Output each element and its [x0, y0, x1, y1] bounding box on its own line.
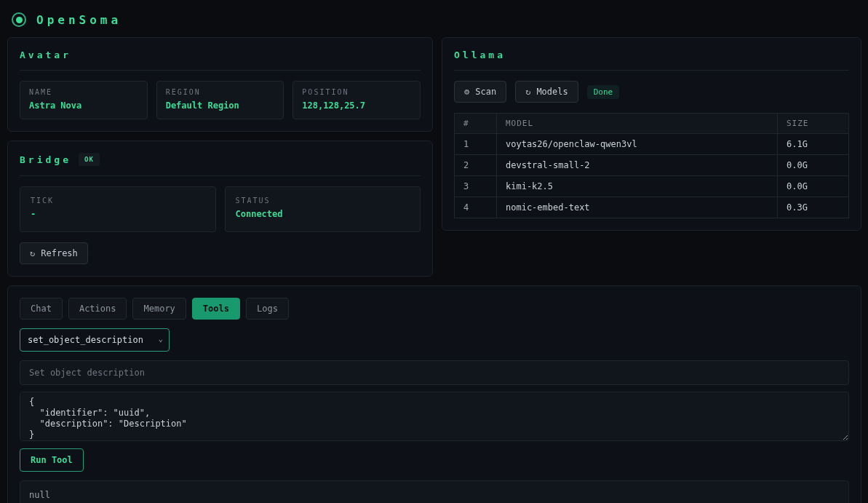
- model-size: 0.0G: [778, 155, 849, 176]
- avatar-position-field: POSITION 128,128,25.7: [292, 81, 421, 119]
- top-grid: Avatar NAME Astra Nova REGION Default Re…: [7, 37, 861, 277]
- tab-memory[interactable]: Memory: [132, 298, 186, 320]
- bridge-panel: Bridge OK TICK - STATUS Connected: [7, 140, 433, 277]
- model-name: devstral-small-2: [497, 155, 778, 176]
- bridge-tick-field: TICK -: [20, 186, 216, 232]
- tab-tools[interactable]: Tools: [192, 298, 240, 320]
- divider: [20, 175, 421, 176]
- divider: [454, 70, 849, 71]
- run-tool-button[interactable]: Run Tool: [20, 448, 84, 472]
- divider: [20, 70, 421, 71]
- model-size: 6.1G: [778, 134, 849, 155]
- field-value: -: [31, 209, 205, 219]
- ollama-panel: Ollama ⚙ Scan ↻ Models Done: [442, 37, 861, 231]
- app-title: OpenSoma: [36, 13, 122, 27]
- refresh-icon: ↻: [525, 87, 530, 97]
- console-panel: Chat Actions Memory Tools Logs set_objec…: [7, 285, 861, 503]
- field-label: POSITION: [302, 88, 411, 96]
- field-value: Connected: [236, 209, 410, 219]
- tool-payload-textarea[interactable]: { "identifier": "uuid", "description": "…: [20, 392, 849, 441]
- model-name: voytas26/openclaw-qwen3vl: [497, 134, 778, 155]
- tab-logs[interactable]: Logs: [246, 298, 289, 320]
- gear-icon: ⚙: [464, 87, 469, 97]
- bridge-stats: TICK - STATUS Connected: [20, 186, 421, 232]
- column-header-size: SIZE: [778, 114, 849, 134]
- model-size: 0.3G: [778, 197, 849, 218]
- tool-output: null: [20, 480, 849, 503]
- tool-select-wrap: set_object_description ⌄: [20, 328, 170, 352]
- field-label: NAME: [29, 88, 138, 96]
- status-badge: Done: [587, 85, 620, 99]
- bridge-panel-title: Bridge: [20, 154, 71, 165]
- app-header: OpenSoma: [7, 0, 861, 37]
- tool-description-input[interactable]: [20, 360, 849, 385]
- avatar-region-field: REGION Default Region: [156, 81, 284, 119]
- model-index: 2: [455, 155, 497, 176]
- tool-select[interactable]: set_object_description: [20, 328, 170, 352]
- field-label: TICK: [31, 197, 205, 205]
- field-value: Default Region: [166, 100, 275, 111]
- page: OpenSoma Avatar NAME Astra Nova REGION D…: [0, 0, 868, 503]
- models-button[interactable]: ↻ Models: [515, 81, 578, 103]
- column-header-model: MODEL: [497, 114, 778, 134]
- avatar-name-field: NAME Astra Nova: [20, 81, 148, 119]
- refresh-icon: ↻: [30, 248, 35, 258]
- tab-bar: Chat Actions Memory Tools Logs: [20, 298, 849, 320]
- refresh-button[interactable]: ↻ Refresh: [20, 242, 88, 264]
- models-table: # MODEL SIZE 1 voytas26/openclaw-qwen3vl…: [454, 113, 849, 218]
- model-size: 0.0G: [778, 176, 849, 197]
- left-column: Avatar NAME Astra Nova REGION Default Re…: [7, 37, 433, 277]
- table-header-row: # MODEL SIZE: [455, 114, 849, 134]
- model-name: nomic-embed-text: [497, 197, 778, 218]
- logo-icon: [12, 12, 26, 27]
- table-row: 2 devstral-small-2 0.0G: [455, 155, 849, 176]
- right-column: Ollama ⚙ Scan ↻ Models Done: [442, 37, 861, 231]
- ollama-panel-title: Ollama: [454, 49, 506, 60]
- model-name: kimi-k2.5: [497, 176, 778, 197]
- tab-chat[interactable]: Chat: [20, 298, 63, 320]
- table-row: 3 kimi-k2.5 0.0G: [455, 176, 849, 197]
- model-index: 4: [455, 197, 497, 218]
- bridge-status-field: STATUS Connected: [225, 186, 421, 232]
- field-value: 128,128,25.7: [302, 100, 411, 111]
- tab-actions[interactable]: Actions: [68, 298, 127, 320]
- column-header-index: #: [455, 114, 497, 134]
- ollama-toolbar: ⚙ Scan ↻ Models Done: [454, 81, 849, 103]
- bridge-ok-badge: OK: [79, 153, 100, 166]
- table-row: 1 voytas26/openclaw-qwen3vl 6.1G: [455, 134, 849, 155]
- avatar-stats: NAME Astra Nova REGION Default Region PO…: [20, 81, 421, 119]
- model-index: 3: [455, 176, 497, 197]
- avatar-panel: Avatar NAME Astra Nova REGION Default Re…: [7, 37, 433, 132]
- field-label: REGION: [166, 88, 275, 96]
- table-row: 4 nomic-embed-text 0.3G: [455, 197, 849, 218]
- avatar-panel-title: Avatar: [20, 49, 71, 60]
- model-index: 1: [455, 134, 497, 155]
- scan-button[interactable]: ⚙ Scan: [454, 81, 506, 103]
- field-value: Astra Nova: [29, 100, 138, 111]
- field-label: STATUS: [236, 197, 410, 205]
